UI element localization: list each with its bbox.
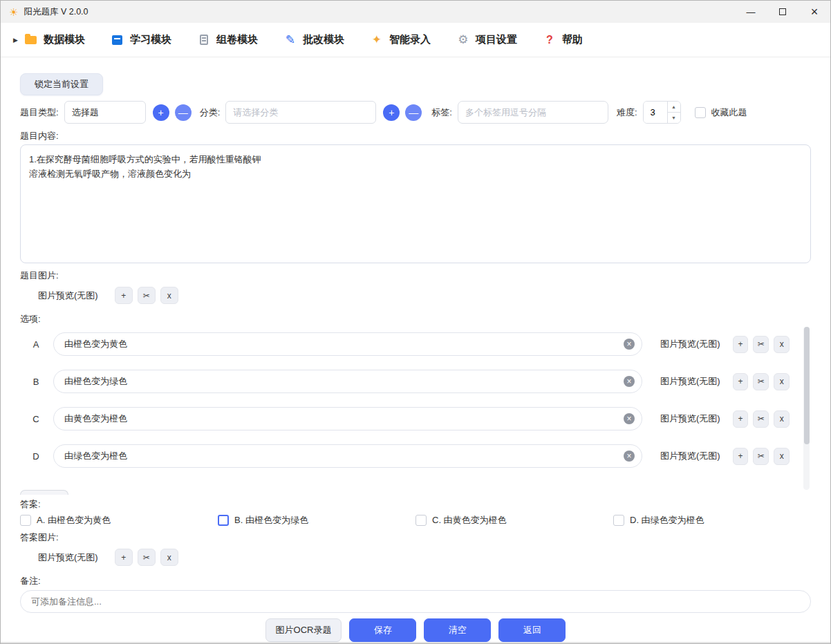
answer-a-checkbox[interactable] [20, 515, 31, 526]
crop-image-button[interactable]: ✂ [138, 549, 156, 566]
answer-image-label: 答案图片: [20, 532, 811, 543]
sun-app-icon: ☀ [9, 7, 18, 17]
answer-b-checkbox[interactable] [218, 515, 229, 526]
nav-item-smart-entry[interactable]: ✦ 智能录入 [371, 33, 431, 46]
clear-icon[interactable]: × [624, 413, 635, 424]
pencil-icon: ✎ [284, 34, 297, 46]
nav-label: 批改模块 [303, 33, 344, 46]
clear-icon[interactable]: × [624, 451, 635, 462]
add-image-button[interactable]: + [115, 549, 133, 566]
crop-image-button[interactable]: ✂ [753, 373, 769, 390]
spin-down-icon[interactable]: ▼ [668, 113, 680, 123]
ocr-entry-button[interactable]: 图片OCR录题 [265, 618, 342, 642]
option-row-a: A × 图片预览(无图) + ✂ x [20, 332, 794, 356]
nav-item-grading-module[interactable]: ✎ 批改模块 [284, 33, 344, 46]
answers-label: 答案: [20, 499, 811, 510]
option-row-b: B × 图片预览(无图) + ✂ x [20, 370, 794, 393]
option-c-input[interactable] [53, 407, 642, 430]
image-preview-label: 图片预览(无图) [38, 290, 98, 302]
gear-icon: ⚙ [457, 34, 469, 46]
lock-settings-button[interactable]: 锁定当前设置 [20, 73, 103, 95]
add-image-button[interactable]: + [115, 287, 133, 304]
book-icon [111, 34, 124, 46]
main-menu-bar: ▶ 数据模块 学习模块 组卷模块 ✎ 批改模块 ✦ 智能录入 ⚙ 项目设置 ? … [1, 23, 830, 57]
crop-image-button[interactable]: ✂ [138, 287, 156, 304]
option-letter: A [30, 339, 42, 350]
answer-choice-label: D. 由绿色变为橙色 [630, 514, 704, 527]
back-button[interactable]: 返回 [498, 618, 566, 642]
crop-image-button[interactable]: ✂ [753, 410, 769, 428]
nav-item-study-module[interactable]: 学习模块 [111, 33, 171, 46]
question-content-textarea[interactable]: 1.在探究酵母菌细胞呼吸方式的实验中，若用酸性重铬酸钾 溶液检测无氧呼吸产物，溶… [20, 144, 811, 263]
save-button[interactable]: 保存 [349, 618, 416, 642]
crop-image-button[interactable]: ✂ [753, 448, 769, 465]
tags-input[interactable] [458, 101, 608, 124]
folder-icon [25, 34, 37, 46]
answer-d-checkbox[interactable] [613, 515, 624, 526]
clear-icon[interactable]: × [624, 376, 635, 387]
remove-image-button[interactable]: x [774, 336, 790, 353]
add-image-button[interactable]: + [733, 336, 749, 353]
add-image-button[interactable]: + [733, 448, 749, 465]
nav-item-help[interactable]: ? 帮助 [543, 33, 583, 46]
clear-button[interactable]: 清空 [424, 618, 491, 642]
action-buttons-row: 图片OCR录题 保存 清空 返回 [20, 618, 811, 642]
remove-image-button[interactable]: x [160, 549, 178, 566]
expand-arrow-icon[interactable]: ▶ [13, 37, 18, 44]
clear-icon[interactable]: × [624, 339, 635, 350]
nav-item-paper-module[interactable]: 组卷模块 [198, 33, 258, 46]
question-type-select[interactable] [64, 101, 146, 124]
remove-image-button[interactable]: x [774, 373, 790, 390]
option-d-input[interactable] [53, 444, 642, 468]
nav-item-data-module[interactable]: 数据模块 [25, 33, 85, 46]
help-icon: ? [543, 34, 556, 46]
crop-image-button[interactable]: ✂ [753, 336, 769, 353]
remark-input[interactable] [20, 590, 811, 613]
add-image-button[interactable]: + [733, 373, 749, 390]
close-button[interactable]: × [799, 1, 830, 23]
remove-type-button[interactable]: — [175, 104, 192, 121]
option-b-input[interactable] [53, 370, 642, 393]
remove-image-button[interactable]: x [774, 410, 790, 428]
nav-item-project-settings[interactable]: ⚙ 项目设置 [457, 33, 517, 46]
answer-c-checkbox[interactable] [416, 515, 427, 526]
question-type-label: 题目类型: [20, 106, 59, 119]
titlebar: ☀ 阳光题库 V 2.0.0 — × [1, 1, 830, 23]
spin-up-icon[interactable]: ▲ [668, 102, 680, 113]
add-image-button[interactable]: + [733, 410, 749, 428]
category-select[interactable] [225, 101, 376, 124]
nav-label: 项目设置 [476, 33, 517, 46]
answer-choice-label: A. 由橙色变为黄色 [37, 514, 111, 527]
tags-label: 标签: [431, 106, 452, 119]
option-row-d: D × 图片预览(无图) + ✂ x [20, 444, 794, 468]
image-preview-label: 图片预览(无图) [660, 375, 720, 388]
option-letter: C [30, 414, 42, 424]
difficulty-input[interactable] [644, 102, 667, 123]
question-editor-form: 锁定当前设置 题目类型: + — 分类: + — 标签: 难度: ▲ ▼ 收藏此… [1, 57, 830, 642]
minimize-button[interactable]: — [735, 1, 767, 23]
options-scrollbar[interactable] [803, 327, 810, 490]
remove-category-button[interactable]: — [405, 104, 422, 121]
option-letter: D [30, 451, 42, 462]
option-row-c: C × 图片预览(无图) + ✂ x [20, 407, 794, 430]
image-preview-label: 图片预览(无图) [660, 450, 720, 462]
options-scrollbar-thumb[interactable] [804, 327, 810, 444]
remove-image-button[interactable]: x [160, 287, 178, 304]
remark-label: 备注: [20, 576, 811, 587]
favorite-checkbox[interactable] [695, 107, 706, 118]
add-category-button[interactable]: + [383, 104, 400, 121]
partial-next-option-row [20, 490, 68, 495]
option-letter: B [30, 377, 42, 387]
maximize-button[interactable] [767, 1, 799, 23]
answer-image-tools: 图片预览(无图) + ✂ x [38, 549, 811, 566]
image-preview-label: 图片预览(无图) [38, 551, 98, 564]
question-image-label: 题目图片: [20, 270, 811, 281]
options-list: A × 图片预览(无图) + ✂ x B × 图片预览(无图) + ✂ [20, 327, 811, 490]
answer-choices-row: A. 由橙色变为黄色 B. 由橙色变为绿色 C. 由黄色变为橙色 D. 由绿色变… [20, 514, 811, 527]
window-controls: — × [735, 1, 830, 23]
add-type-button[interactable]: + [153, 104, 169, 121]
remove-image-button[interactable]: x [774, 448, 790, 465]
question-content-label: 题目内容: [20, 131, 811, 142]
option-a-input[interactable] [53, 332, 642, 356]
nav-label: 组卷模块 [216, 33, 258, 46]
